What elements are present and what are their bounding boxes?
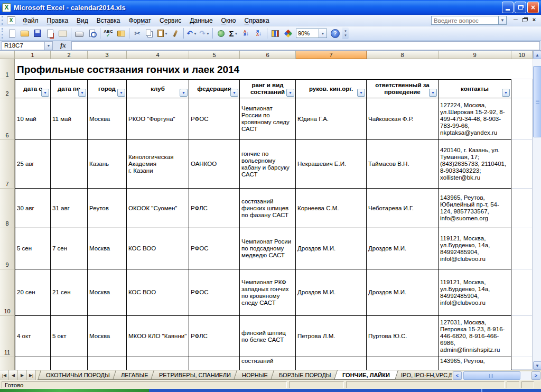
new-document-button[interactable]: [6, 27, 18, 39]
data-cell[interactable]: [51, 357, 88, 370]
sheet-tab-ГОНЧИЕ, ЛАЙКИ[interactable]: ГОНЧИЕ, ЛАЙКИ: [334, 370, 398, 380]
data-cell[interactable]: Дроздов М.И.: [367, 269, 439, 316]
data-cell[interactable]: Петрова Л.М.: [296, 316, 367, 357]
sort-descending-button[interactable]: ЯА↓: [253, 27, 265, 39]
toolbar-grip-2[interactable]: [2, 28, 4, 39]
autosum-button[interactable]: Σ▼: [228, 27, 239, 39]
data-cell[interactable]: 7 сен: [51, 228, 88, 269]
data-cell[interactable]: РФЛС: [189, 316, 240, 357]
data-cell[interactable]: 119121, Москва, ул.Бурденко, 14а, 849924…: [439, 228, 511, 269]
data-cell[interactable]: 21 сен: [51, 269, 88, 316]
data-cell[interactable]: 5 окт: [51, 316, 88, 357]
copy-button[interactable]: [144, 27, 156, 39]
data-cell[interactable]: 119121, Москва, ул.Бурденко, 14а, 849924…: [439, 269, 511, 316]
data-cell[interactable]: Чемпионат РКФ западных гончих по кровяно…: [240, 269, 296, 316]
table-header-cell[interactable]: контакты▼: [439, 79, 511, 98]
workbook-icon[interactable]: X: [7, 16, 15, 24]
menu-item-Вставка[interactable]: Вставка: [92, 15, 125, 26]
data-cell[interactable]: Москва: [88, 228, 127, 269]
menu-item-Вид[interactable]: Вид: [72, 15, 92, 26]
row-header-9[interactable]: 9: [0, 228, 15, 269]
column-header-10[interactable]: 10: [511, 51, 533, 59]
autofilter-dropdown-icon[interactable]: ▼: [78, 89, 86, 97]
menu-item-Формат[interactable]: Формат: [124, 15, 155, 26]
sort-ascending-button[interactable]: АЯ↓: [240, 27, 252, 39]
row-header-11[interactable]: 11: [0, 316, 15, 357]
data-cell[interactable]: Чайковская Ф.Р.: [367, 98, 439, 140]
data-cell[interactable]: Москва: [88, 269, 127, 316]
data-cell[interactable]: Корнеева С.М.: [296, 189, 367, 228]
table-header-cell[interactable]: ранг и вид состязаний▼: [240, 79, 296, 98]
column-header-4[interactable]: 4: [127, 51, 189, 59]
row-header-1[interactable]: 1: [0, 59, 15, 79]
column-header-3[interactable]: 3: [88, 51, 127, 59]
autofilter-dropdown-icon[interactable]: ▼: [230, 89, 238, 97]
empty-cell[interactable]: [511, 357, 533, 370]
vertical-scrollbar[interactable]: ▲ ▼: [533, 51, 541, 370]
autofilter-dropdown-icon[interactable]: ▼: [502, 89, 510, 97]
data-cell[interactable]: 4 окт: [15, 316, 51, 357]
redo-button[interactable]: ↷▼: [199, 27, 210, 39]
data-cell[interactable]: Москва: [88, 98, 127, 140]
scroll-down-button[interactable]: ▼: [533, 361, 541, 370]
undo-button[interactable]: ↶▼: [186, 27, 198, 39]
data-cell[interactable]: РФЛС: [189, 189, 240, 228]
data-cell[interactable]: Таймасов В.Н.: [367, 140, 439, 189]
drawing-button[interactable]: [282, 27, 294, 39]
data-cell[interactable]: 31 авг: [51, 189, 88, 228]
menu-item-Сервис[interactable]: Сервис: [155, 15, 185, 26]
autosum-dropdown-icon[interactable]: ▼: [235, 32, 238, 35]
column-header-1[interactable]: 1: [15, 51, 51, 59]
table-header-cell[interactable]: город▼: [88, 79, 127, 98]
close-button[interactable]: ×: [527, 2, 539, 13]
minimize-button[interactable]: [502, 2, 514, 13]
sheet-tab-IPO, IPO-FH,VPC,Б[interactable]: IPO, IPO-FH,VPC,Б: [393, 370, 461, 380]
question-dropdown-icon[interactable]: ▼: [499, 16, 507, 25]
autofilter-dropdown-icon[interactable]: ▼: [41, 89, 49, 97]
data-cell[interactable]: РФОС: [189, 98, 240, 140]
insert-function-button[interactable]: fx: [60, 41, 66, 50]
row-header-clipped[interactable]: [0, 357, 15, 370]
empty-cell[interactable]: [511, 140, 533, 189]
sheet-tab-ОХОТНИЧЬИ ПОРОДЫ[interactable]: ОХОТНИЧЬИ ПОРОДЫ: [38, 370, 118, 380]
autofilter-dropdown-icon[interactable]: ▼: [117, 89, 125, 97]
restore-button[interactable]: [515, 2, 526, 13]
print-preview-button[interactable]: [86, 27, 98, 39]
name-box[interactable]: R18C7: [2, 41, 45, 50]
empty-cell[interactable]: [511, 189, 533, 228]
cut-button[interactable]: ✂: [132, 27, 143, 39]
table-header-cell[interactable]: ответственный за проведение▼: [367, 79, 439, 98]
autofilter-dropdown-icon[interactable]: ▼: [180, 89, 188, 97]
worksheet-title-cell[interactable]: Профильные состязания гончих и лаек 2014: [15, 59, 511, 79]
empty-cell[interactable]: [511, 269, 533, 316]
horizontal-scroll-track[interactable]: [462, 371, 531, 380]
data-cell[interactable]: Кинологическая Академия г. Казани: [127, 140, 189, 189]
help-button[interactable]: ?: [329, 27, 341, 39]
vertical-scroll-thumb[interactable]: [533, 66, 541, 137]
data-cell[interactable]: Пуртова Ю.С.: [367, 316, 439, 357]
sheet-tab-РЕТРИВЕРЫ, СПАНИЕЛИ[interactable]: РЕТРИВЕРЫ, СПАНИЕЛИ: [151, 370, 239, 380]
formula-input[interactable]: [71, 41, 540, 50]
data-cell[interactable]: гончие по вольерному кабану и барсуку СА…: [240, 140, 296, 189]
data-cell[interactable]: 127031, Москва, Петровка 15-23, 8-916-44…: [439, 316, 511, 357]
row-header-6[interactable]: 6: [0, 98, 15, 140]
data-cell[interactable]: [296, 357, 367, 370]
data-cell[interactable]: 5 сен: [15, 228, 51, 269]
sheet-tab-НОРНЫЕ[interactable]: НОРНЫЕ: [234, 370, 276, 380]
column-header-5[interactable]: 5: [189, 51, 240, 59]
autofilter-dropdown-icon[interactable]: ▼: [429, 89, 437, 97]
empty-cell[interactable]: [511, 98, 533, 140]
hyperlink-button[interactable]: [215, 27, 227, 39]
scroll-right-button[interactable]: >: [531, 371, 540, 380]
row-header-7[interactable]: 7: [0, 140, 15, 189]
zoom-dropdown-icon[interactable]: ▼: [319, 29, 327, 38]
permission-button[interactable]: [44, 27, 56, 39]
data-cell[interactable]: 20 сен: [15, 269, 51, 316]
data-cell[interactable]: Дроздов М.И.: [296, 228, 367, 269]
chart-wizard-button[interactable]: [269, 27, 281, 39]
paste-dropdown-icon[interactable]: ▼: [164, 32, 168, 35]
column-header-2[interactable]: 2: [51, 51, 88, 59]
data-cell[interactable]: [15, 357, 51, 370]
data-cell[interactable]: РФОС: [189, 269, 240, 316]
data-cell[interactable]: [367, 357, 439, 370]
